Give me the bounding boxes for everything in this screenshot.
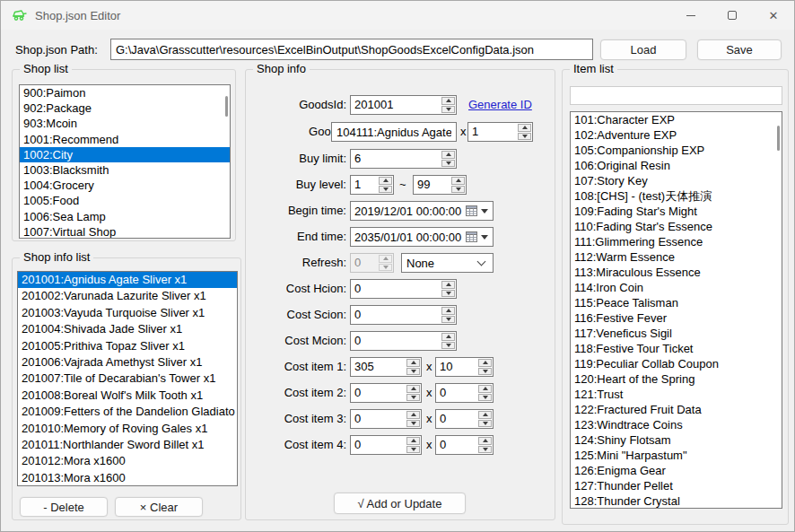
buy-level-max-spinner[interactable]: 99 bbox=[413, 175, 467, 195]
shop-list-item[interactable]: 1006:Sea Lamp bbox=[20, 209, 230, 224]
cost-scion-spin-buttons[interactable] bbox=[441, 306, 456, 324]
item-list-item[interactable]: 125:Mini "Harpastum" bbox=[571, 448, 782, 463]
cost-item-2-count-spinner[interactable]: 0 bbox=[435, 383, 494, 403]
shop-list-scrollbar-thumb[interactable] bbox=[225, 96, 228, 117]
shop-info-listbox[interactable]: 201001:Agnidus Agate Sliver x1201002:Var… bbox=[17, 271, 238, 486]
buy-level-max-spin-buttons[interactable] bbox=[450, 176, 466, 194]
cost-item-2-id-spin-buttons[interactable] bbox=[406, 384, 421, 402]
item-list-item[interactable]: 114:Iron Coin bbox=[571, 280, 782, 295]
begin-time-picker[interactable]: 2019/12/01 00:00:00 bbox=[350, 201, 494, 221]
item-list-item[interactable]: 124:Shiny Flotsam bbox=[571, 432, 782, 448]
shop-list-item[interactable]: 1004:Grocery bbox=[20, 178, 230, 193]
shop-listbox[interactable]: 900:Paimon902:Package903:Mcoin1001:Recom… bbox=[19, 84, 231, 239]
shop-info-list-item[interactable]: 201012:Mora x1600 bbox=[18, 453, 237, 469]
shop-info-list-item[interactable]: 201013:Mora x1600 bbox=[18, 470, 237, 486]
item-list-item[interactable]: 108:[CHS] - (test)天体推演 bbox=[571, 188, 782, 204]
shop-info-list-item[interactable]: 201009:Fetters of the Dandelion Gladiato bbox=[18, 404, 237, 420]
item-list-item[interactable]: 113:Miraculous Essence bbox=[571, 265, 782, 280]
goods-count-spinner[interactable]: 1 bbox=[467, 122, 533, 142]
shop-list-item[interactable]: 1005:Food bbox=[20, 193, 230, 208]
goods-input[interactable] bbox=[331, 122, 457, 142]
item-list-item[interactable]: 102:Adventure EXP bbox=[571, 127, 782, 143]
shop-info-list-item[interactable]: 201007:Tile of Decarabian's Tower x1 bbox=[18, 371, 237, 387]
item-list-item[interactable]: 106:Original Resin bbox=[571, 158, 782, 173]
shop-list-item[interactable]: 1002:City bbox=[20, 147, 230, 162]
buy-level-min-spin-buttons[interactable] bbox=[378, 176, 393, 194]
shop-info-list-item[interactable]: 201001:Agnidus Agate Sliver x1 bbox=[18, 272, 237, 288]
close-button[interactable]: ✕ bbox=[753, 1, 794, 30]
goodsid-spin-buttons[interactable] bbox=[441, 96, 456, 114]
cost-item-4-count-spinner[interactable]: 0 bbox=[435, 435, 494, 455]
cost-item-4-id-spinner[interactable]: 0 bbox=[350, 435, 422, 455]
minimize-button[interactable] bbox=[670, 1, 712, 30]
save-button[interactable]: Save bbox=[697, 39, 782, 60]
cost-item-2-count-spin-buttons[interactable] bbox=[477, 384, 493, 402]
path-input[interactable] bbox=[110, 39, 593, 60]
buy-limit-spin-buttons[interactable] bbox=[441, 150, 456, 168]
buy-level-min-spinner[interactable]: 1 bbox=[350, 175, 394, 195]
cost-item-1-count-spin-buttons[interactable] bbox=[477, 358, 493, 376]
cost-item-1-id-spinner[interactable]: 305 bbox=[350, 357, 422, 377]
shop-info-list-item[interactable]: 201003:Vayuda Turquoise Sliver x1 bbox=[18, 305, 237, 321]
buy-limit-spinner[interactable]: 6 bbox=[350, 149, 457, 169]
item-list-item[interactable]: 127:Thunder Pellet bbox=[571, 478, 782, 493]
cost-item-3-id-spin-buttons[interactable] bbox=[406, 410, 421, 428]
cost-item-4-id-spin-buttons[interactable] bbox=[406, 436, 421, 454]
item-listbox[interactable]: 101:Character EXP102:Adventure EXP105:Co… bbox=[570, 111, 782, 509]
item-list-item[interactable]: 121:Trust bbox=[571, 387, 782, 402]
load-button[interactable]: Load bbox=[600, 39, 686, 60]
item-list-item[interactable]: 128:Thunder Crystal bbox=[571, 493, 782, 509]
item-list-item[interactable]: 112:Warm Essence bbox=[571, 249, 782, 265]
shop-info-list-item[interactable]: 201002:Varunada Lazurite Sliver x1 bbox=[18, 288, 237, 304]
cost-item-2-id-spinner[interactable]: 0 bbox=[350, 383, 422, 403]
cost-scion-spinner[interactable]: 0 bbox=[350, 305, 457, 325]
add-or-update-button[interactable]: √ Add or Update bbox=[334, 493, 466, 514]
item-list-item[interactable]: 117:Veneficus Sigil bbox=[571, 326, 782, 341]
refresh-mode-dropdown[interactable]: None bbox=[401, 253, 494, 273]
shop-list-item[interactable]: 1007:Virtual Shop bbox=[20, 224, 230, 239]
cost-item-1-id-spin-buttons[interactable] bbox=[406, 358, 421, 376]
item-list-item[interactable]: 107:Story Key bbox=[571, 173, 782, 188]
item-list-item[interactable]: 109:Fading Star's Might bbox=[571, 204, 782, 219]
cost-item-4-count-spin-buttons[interactable] bbox=[477, 436, 493, 454]
cost-item-3-count-spinner[interactable]: 0 bbox=[435, 409, 494, 429]
cost-mcion-spinner[interactable]: 0 bbox=[350, 331, 457, 351]
shop-list-item[interactable]: 903:Mcoin bbox=[20, 116, 230, 131]
item-list-item[interactable]: 122:Fractured Fruit Data bbox=[571, 402, 782, 417]
goods-count-spin-buttons[interactable] bbox=[517, 123, 532, 141]
item-list-item[interactable]: 120:Heart of the Spring bbox=[571, 371, 782, 387]
item-list-item[interactable]: 119:Peculiar Collab Coupon bbox=[571, 356, 782, 371]
cost-hcion-spinner[interactable]: 0 bbox=[350, 279, 457, 299]
shop-info-list-item[interactable]: 201008:Boreal Wolf's Milk Tooth x1 bbox=[18, 388, 237, 404]
item-list-item[interactable]: 105:Companionship EXP bbox=[571, 143, 782, 158]
shop-list-item[interactable]: 902:Package bbox=[20, 100, 230, 116]
clear-button[interactable]: × Clear bbox=[115, 497, 203, 517]
item-list-item[interactable]: 110:Fading Star's Essence bbox=[571, 219, 782, 234]
shop-info-list-item[interactable]: 201011:Northlander Sword Billet x1 bbox=[18, 437, 237, 453]
maximize-button[interactable] bbox=[712, 1, 753, 30]
delete-button[interactable]: - Delete bbox=[20, 497, 108, 517]
shop-info-list-item[interactable]: 201006:Vajrada Amethyst Sliver x1 bbox=[18, 354, 237, 371]
item-list-item[interactable]: 123:Windtrace Coins bbox=[571, 417, 782, 432]
shop-info-list-item[interactable]: 201010:Memory of Roving Gales x1 bbox=[18, 421, 237, 437]
shop-list-item[interactable]: 1001:Recommend bbox=[20, 132, 230, 147]
end-time-picker[interactable]: 2035/01/01 00:00:00 bbox=[350, 227, 494, 247]
cost-item-1-count-spinner[interactable]: 10 bbox=[435, 357, 494, 377]
shop-info-list-item[interactable]: 201005:Prithiva Topaz Sliver x1 bbox=[18, 338, 237, 354]
cost-item-3-id-spinner[interactable]: 0 bbox=[350, 409, 422, 429]
shop-list-item[interactable]: 900:Paimon bbox=[20, 85, 230, 100]
shop-list-item[interactable]: 1003:Blacksmith bbox=[20, 162, 230, 178]
goodsid-spinner[interactable]: 201001 bbox=[350, 95, 457, 115]
item-list-item[interactable]: 115:Peace Talisman bbox=[571, 295, 782, 310]
item-search-input[interactable] bbox=[570, 86, 782, 105]
cost-mcion-spin-buttons[interactable] bbox=[441, 332, 456, 350]
generate-id-link[interactable]: Generate ID bbox=[468, 95, 532, 115]
item-list-item[interactable]: 116:Festive Fever bbox=[571, 310, 782, 326]
cost-item-3-count-spin-buttons[interactable] bbox=[477, 410, 493, 428]
item-list-item[interactable]: 126:Enigma Gear bbox=[571, 463, 782, 478]
item-list-item[interactable]: 111:Glimmering Essence bbox=[571, 234, 782, 249]
shop-info-list-item[interactable]: 201004:Shivada Jade Sliver x1 bbox=[18, 321, 237, 337]
item-list-scrollbar-thumb[interactable] bbox=[777, 126, 780, 151]
item-list-item[interactable]: 118:Festive Tour Ticket bbox=[571, 341, 782, 356]
item-list-item[interactable]: 101:Character EXP bbox=[571, 112, 782, 127]
